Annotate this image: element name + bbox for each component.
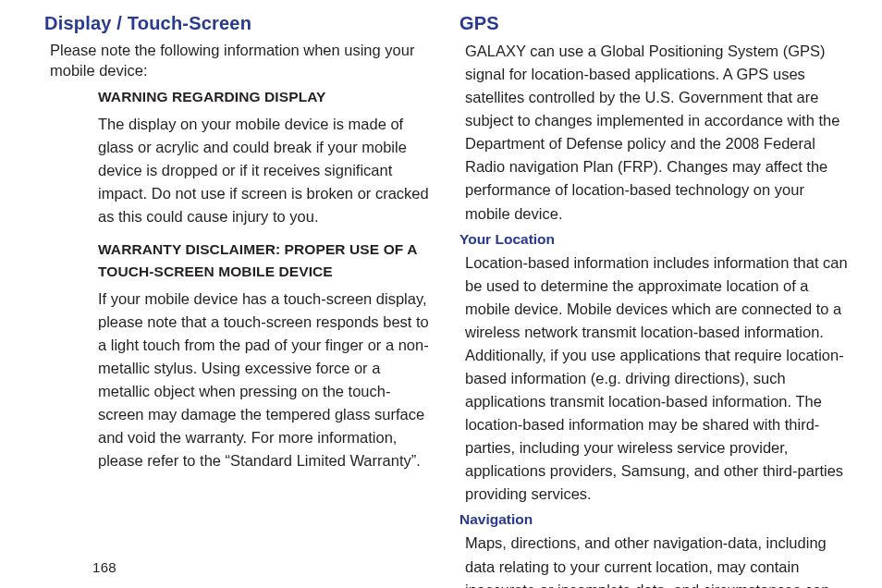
warning-1-body: The display on your mobile device is mad… — [98, 113, 430, 228]
subheading-your-location: Your Location — [459, 231, 849, 248]
right-column: GPS GALAXY can use a Global Positioning … — [459, 13, 849, 588]
warning-2-title-line-1: WARRANTY DISCLAIMER: PROPER USE OF A — [98, 241, 430, 258]
intro-paragraph: Please note the following information wh… — [50, 40, 434, 81]
navigation-body: Maps, directions, and other navigation-d… — [465, 532, 849, 588]
warning-2-body: If your mobile device has a touch-screen… — [98, 288, 430, 473]
heading-gps: GPS — [459, 13, 849, 34]
warning-block-2: WARRANTY DISCLAIMER: PROPER USE OF A TOU… — [98, 241, 434, 473]
warning-2-title-line-2: TOUCH-SCREEN MOBILE DEVICE — [98, 263, 430, 280]
subheading-navigation: Navigation — [459, 511, 849, 528]
page-two-column: Display / Touch-Screen Please note the f… — [0, 0, 882, 588]
gps-intro: GALAXY can use a Global Positioning Syst… — [465, 40, 849, 226]
heading-display-touchscreen: Display / Touch-Screen — [44, 13, 434, 34]
warning-block-1: WARNING REGARDING DISPLAY The display on… — [98, 89, 434, 228]
your-location-body: Location-based information includes info… — [465, 251, 849, 507]
page-number: 168 — [92, 559, 116, 575]
warning-1-title: WARNING REGARDING DISPLAY — [98, 89, 430, 105]
left-column: Display / Touch-Screen Please note the f… — [44, 13, 434, 588]
